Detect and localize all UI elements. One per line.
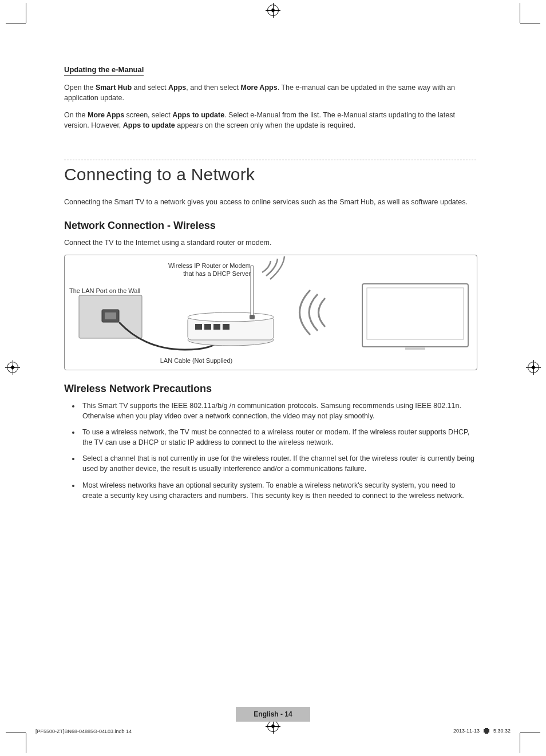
page-number-label: English - 14 bbox=[254, 710, 292, 718]
printer-icon bbox=[483, 727, 490, 734]
label-lan-cable: LAN Cable (Not Supplied) bbox=[148, 357, 245, 365]
heading-precautions: Wireless Network Precautions bbox=[64, 383, 476, 395]
svg-point-5 bbox=[188, 312, 274, 322]
list-item: This Smart TV supports the IEEE 802.11a/… bbox=[80, 401, 476, 421]
svg-rect-6 bbox=[195, 324, 202, 330]
bold-text: Apps to update bbox=[172, 111, 224, 119]
svg-rect-10 bbox=[251, 266, 254, 318]
crop-mark bbox=[520, 23, 540, 23]
label-lan-port: The LAN Port on the Wall bbox=[69, 287, 149, 295]
svg-rect-9 bbox=[223, 324, 230, 330]
text: Wireless IP Router or Modem that has a D… bbox=[162, 262, 251, 278]
bold-text: More Apps bbox=[241, 84, 278, 92]
bold-text: Apps bbox=[168, 84, 186, 92]
updating-paragraph-2: On the More Apps screen, select Apps to … bbox=[64, 110, 476, 130]
registration-mark-icon bbox=[267, 721, 279, 732]
bold-text: More Apps bbox=[88, 111, 124, 119]
page-number-box: English - 14 bbox=[236, 707, 310, 722]
heading-connecting-network: Connecting to a Network bbox=[64, 165, 476, 184]
svg-rect-16 bbox=[485, 728, 488, 730]
wall-plate-icon bbox=[79, 295, 142, 338]
crop-mark bbox=[6, 23, 26, 23]
precautions-list: This Smart TV supports the IEEE 802.11a/… bbox=[64, 401, 476, 501]
text: On the bbox=[64, 111, 88, 119]
footer-time: 5:30:32 bbox=[493, 728, 511, 734]
crop-mark bbox=[520, 733, 520, 753]
dashed-separator bbox=[64, 160, 476, 160]
list-item: Select a channel that is not currently i… bbox=[80, 453, 476, 474]
svg-rect-7 bbox=[204, 324, 211, 330]
crop-mark bbox=[520, 733, 540, 733]
svg-rect-11 bbox=[250, 315, 255, 319]
wifi-signal-out-icon bbox=[262, 256, 284, 279]
crop-mark bbox=[6, 733, 26, 733]
updating-paragraph-1: Open the Smart Hub and select Apps, and … bbox=[64, 82, 476, 103]
svg-rect-2 bbox=[105, 312, 116, 319]
footer-doc-name: [PF5500-ZT]BN68-04885G-04L03.indb 14 bbox=[35, 729, 132, 734]
diagram-svg bbox=[65, 255, 477, 370]
text: and select bbox=[132, 84, 168, 92]
text: screen, select bbox=[124, 111, 172, 119]
tv-icon bbox=[362, 284, 468, 350]
heading-updating-emanual: Updating the e-Manual bbox=[64, 65, 144, 76]
network-diagram: Wireless IP Router or Modem that has a D… bbox=[64, 255, 477, 370]
registration-mark-icon bbox=[528, 362, 539, 373]
text: Open the bbox=[64, 84, 96, 92]
text: appears on the screen only when the upda… bbox=[175, 121, 356, 129]
svg-rect-13 bbox=[367, 288, 464, 339]
crop-mark bbox=[520, 3, 520, 23]
registration-mark-icon bbox=[7, 362, 18, 373]
svg-rect-8 bbox=[213, 324, 220, 330]
heading-wireless: Network Connection - Wireless bbox=[64, 220, 476, 232]
label-router: Wireless IP Router or Modem that has a D… bbox=[162, 262, 251, 278]
page-content: Updating the e-Manual Open the Smart Hub… bbox=[64, 64, 476, 506]
bold-text: Smart Hub bbox=[96, 84, 132, 92]
svg-rect-14 bbox=[405, 347, 425, 350]
crop-mark bbox=[26, 733, 26, 753]
registration-mark-icon bbox=[267, 5, 279, 16]
text: , and then select bbox=[186, 84, 240, 92]
wifi-signal-in-icon bbox=[300, 290, 326, 335]
list-item: Most wireless networks have an optional … bbox=[80, 480, 476, 501]
list-item: To use a wireless network, the TV must b… bbox=[80, 427, 476, 448]
footer-date: 2013-11-13 bbox=[453, 728, 480, 734]
manual-page: Updating the e-Manual Open the Smart Hub… bbox=[0, 0, 546, 756]
bold-text: Apps to update bbox=[123, 121, 175, 129]
svg-rect-17 bbox=[485, 732, 488, 734]
crop-mark bbox=[26, 3, 26, 23]
wireless-intro: Connect the TV to the Internet using a s… bbox=[64, 238, 476, 248]
connecting-intro: Connecting the Smart TV to a network giv… bbox=[64, 197, 476, 207]
footer-timestamp: 2013-11-13 5:30:32 bbox=[453, 727, 511, 734]
